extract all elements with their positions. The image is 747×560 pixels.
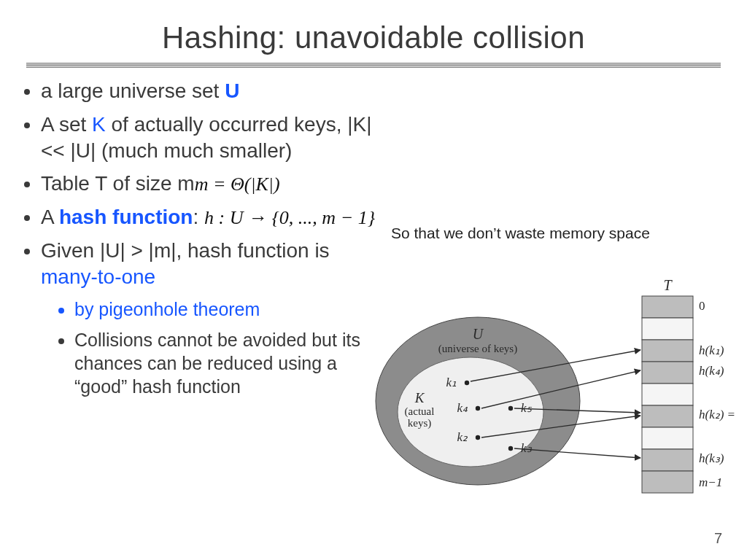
- svg-rect-12: [642, 405, 693, 427]
- slot-mlast: m−1: [699, 475, 722, 489]
- svg-rect-8: [642, 318, 693, 340]
- hash-table: T: [642, 277, 693, 493]
- b4-hf: hash function: [59, 206, 193, 228]
- k3-label: k₃: [521, 441, 533, 455]
- bullet-3: Table T of size mm = Θ(|K|): [41, 171, 384, 197]
- b1-text: a large universe set: [41, 79, 225, 102]
- slide: Hashing: unavoidable collision a large u…: [0, 0, 747, 560]
- svg-point-3: [476, 406, 480, 411]
- hash-diagram: U (universe of keys) K (actual keys) k₁ …: [365, 270, 747, 525]
- b4-pre: A: [41, 206, 59, 228]
- b4-post: :: [193, 206, 204, 228]
- sub-bullets: by pigeonhole theorem Collisions cannot …: [57, 298, 384, 398]
- b5-pre: Given |U| > |m|, hash function is: [41, 239, 330, 262]
- memory-annotation: So that we don’t waste memory space: [391, 225, 650, 242]
- svg-point-2: [465, 381, 469, 385]
- U-label2: (universe of keys): [438, 343, 517, 355]
- b4-math: h : U → {0, ..., m − 1}: [204, 207, 375, 228]
- title-rule: [26, 63, 721, 68]
- bullet-list: a large universe set U A set K of actual…: [19, 78, 395, 398]
- K-label2: (actual: [405, 405, 435, 418]
- slot-hk1: h(k₁): [699, 343, 724, 357]
- svg-rect-13: [642, 427, 693, 449]
- slot-hk4: h(k₄): [699, 364, 724, 378]
- svg-rect-15: [642, 471, 693, 493]
- b1-U: U: [225, 79, 239, 102]
- slide-title: Hashing: unavoidable collision: [0, 0, 747, 60]
- k5-label: k₅: [521, 401, 533, 415]
- b3-math: m = Θ(|K|): [195, 174, 280, 195]
- b2-pre: A set: [41, 113, 92, 136]
- k1-label: k₁: [446, 376, 457, 389]
- svg-point-4: [508, 406, 513, 411]
- slot-0: 0: [699, 299, 705, 313]
- T-label: T: [663, 277, 673, 293]
- svg-rect-7: [642, 296, 693, 318]
- svg-rect-9: [642, 340, 693, 362]
- slot-hk3: h(k₃): [699, 451, 724, 465]
- k2-label: k₂: [457, 430, 468, 444]
- sub-bullet-1: by pigeonhole theorem: [74, 298, 384, 321]
- svg-rect-14: [642, 449, 693, 471]
- page-number: 7: [714, 530, 722, 547]
- bullet-5: Given |U| > |m|, hash function is many-t…: [41, 238, 384, 398]
- b5-mto: many-to-one: [41, 265, 155, 288]
- bullet-2: A set K of actually occurred keys, |K| <…: [41, 112, 384, 164]
- K-label3: keys): [408, 417, 432, 429]
- slot-hk2: h(k₂) =: [699, 408, 735, 421]
- bullet-1: a large universe set U: [41, 78, 384, 104]
- K-label: K: [414, 390, 425, 405]
- sub-bullet-2: Collisions cannot be avoided but its cha…: [74, 328, 384, 398]
- svg-rect-11: [642, 384, 693, 405]
- svg-point-6: [508, 446, 513, 451]
- svg-point-5: [476, 435, 480, 440]
- svg-rect-10: [642, 362, 693, 384]
- b3-pre: Table T of size m: [41, 172, 195, 195]
- U-label: U: [473, 326, 484, 342]
- k4-label: k₄: [457, 401, 468, 415]
- bullet-4: A hash function: h : U → {0, ..., m − 1}: [41, 204, 384, 230]
- b2-K: K: [92, 113, 106, 136]
